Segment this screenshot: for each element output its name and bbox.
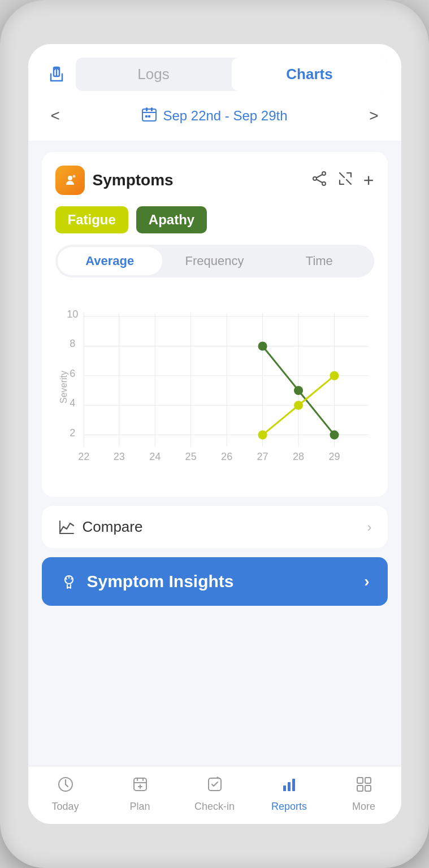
today-label: Today bbox=[51, 801, 79, 813]
plan-icon bbox=[131, 775, 149, 797]
svg-point-39 bbox=[293, 386, 302, 395]
svg-rect-51 bbox=[357, 778, 363, 783]
phone-screen: Logs Charts < Sep 22nd - Sep 2 bbox=[28, 44, 401, 824]
svg-point-9 bbox=[313, 177, 317, 180]
svg-point-41 bbox=[258, 431, 267, 440]
tab-charts[interactable]: Charts bbox=[232, 58, 388, 91]
svg-text:2: 2 bbox=[70, 427, 75, 439]
bottom-nav: Today Plan bbox=[28, 766, 401, 824]
svg-rect-52 bbox=[365, 778, 371, 783]
symptom-insights-button[interactable]: Symptom Insights › bbox=[42, 557, 388, 606]
card-title-group: Symptoms bbox=[55, 166, 174, 195]
svg-point-6 bbox=[68, 176, 72, 180]
svg-text:28: 28 bbox=[292, 451, 304, 462]
date-prev-button[interactable]: < bbox=[42, 102, 69, 129]
add-action-icon[interactable]: + bbox=[363, 170, 374, 191]
svg-text:4: 4 bbox=[70, 397, 75, 409]
insights-arrow: › bbox=[364, 572, 369, 591]
svg-text:24: 24 bbox=[149, 451, 161, 462]
fatigue-tag[interactable]: Fatigue bbox=[55, 206, 128, 233]
svg-text:29: 29 bbox=[328, 451, 340, 462]
compare-row[interactable]: Compare › bbox=[42, 506, 388, 548]
date-range-display: Sep 22nd - Sep 29th bbox=[141, 106, 287, 125]
svg-rect-5 bbox=[148, 115, 150, 118]
svg-point-7 bbox=[72, 175, 75, 178]
svg-point-43 bbox=[330, 371, 339, 380]
nav-checkin[interactable]: Check-in bbox=[177, 775, 252, 813]
main-content: Symptoms bbox=[28, 141, 401, 766]
reports-label: Reports bbox=[271, 801, 307, 813]
today-icon bbox=[57, 775, 75, 797]
chart-tab-frequency[interactable]: Frequency bbox=[162, 247, 267, 275]
date-next-button[interactable]: > bbox=[360, 102, 387, 129]
svg-rect-3 bbox=[151, 107, 153, 111]
svg-point-8 bbox=[322, 172, 326, 175]
svg-text:23: 23 bbox=[113, 451, 124, 462]
share-action-icon[interactable] bbox=[311, 171, 327, 190]
compare-left: Compare bbox=[58, 518, 143, 536]
top-bar: Logs Charts bbox=[28, 44, 401, 91]
chart-tabs: Average Frequency Time bbox=[55, 245, 374, 277]
chart-tab-average[interactable]: Average bbox=[58, 247, 162, 275]
svg-text:10: 10 bbox=[67, 309, 78, 320]
expand-action-icon[interactable] bbox=[337, 171, 353, 190]
nav-more[interactable]: More bbox=[327, 775, 401, 813]
svg-point-38 bbox=[258, 341, 267, 350]
date-range-text: Sep 22nd - Sep 29th bbox=[163, 108, 287, 124]
svg-rect-50 bbox=[292, 779, 295, 791]
svg-text:27: 27 bbox=[257, 451, 268, 462]
svg-rect-1 bbox=[142, 109, 156, 121]
svg-rect-53 bbox=[357, 785, 363, 791]
more-icon bbox=[355, 775, 373, 797]
share-button[interactable] bbox=[42, 60, 71, 89]
chart-wrapper: 10 8 6 4 2 Severity bbox=[55, 291, 374, 483]
compare-arrow: › bbox=[367, 519, 372, 535]
svg-rect-49 bbox=[288, 782, 291, 791]
svg-rect-2 bbox=[146, 107, 148, 111]
svg-point-40 bbox=[330, 431, 339, 440]
svg-text:22: 22 bbox=[78, 451, 89, 462]
nav-today[interactable]: Today bbox=[28, 775, 103, 813]
plan-label: Plan bbox=[129, 801, 150, 813]
more-label: More bbox=[352, 801, 375, 813]
svg-point-10 bbox=[322, 182, 326, 185]
symptoms-card: Symptoms bbox=[42, 152, 388, 497]
svg-text:26: 26 bbox=[221, 451, 232, 462]
compare-label: Compare bbox=[83, 518, 143, 536]
svg-text:6: 6 bbox=[70, 368, 75, 379]
insights-label: Symptom Insights bbox=[87, 572, 234, 591]
checkin-icon bbox=[206, 775, 224, 797]
svg-rect-54 bbox=[365, 785, 371, 791]
reports-icon bbox=[280, 775, 298, 797]
phone-shell: Logs Charts < Sep 22nd - Sep 2 bbox=[0, 0, 429, 868]
svg-text:25: 25 bbox=[185, 451, 196, 462]
symptom-tags: Fatigue Apathy bbox=[55, 206, 374, 233]
nav-plan[interactable]: Plan bbox=[103, 775, 177, 813]
calendar-icon bbox=[141, 106, 157, 125]
card-header: Symptoms bbox=[55, 166, 374, 195]
svg-text:Severity: Severity bbox=[58, 370, 68, 403]
svg-point-42 bbox=[293, 401, 302, 410]
insights-btn-left: Symptom Insights bbox=[60, 572, 234, 591]
chart-tab-time[interactable]: Time bbox=[267, 247, 371, 275]
checkin-label: Check-in bbox=[194, 801, 235, 813]
tab-container: Logs Charts bbox=[76, 58, 388, 91]
chart-svg: 10 8 6 4 2 Severity bbox=[55, 291, 374, 483]
svg-text:8: 8 bbox=[70, 338, 75, 350]
tab-logs[interactable]: Logs bbox=[76, 58, 232, 91]
nav-reports[interactable]: Reports bbox=[252, 775, 327, 813]
svg-rect-4 bbox=[145, 115, 148, 118]
symptoms-icon bbox=[55, 166, 85, 195]
card-actions: + bbox=[311, 170, 374, 191]
symptoms-title: Symptoms bbox=[93, 171, 174, 189]
svg-rect-48 bbox=[283, 785, 286, 791]
apathy-tag[interactable]: Apathy bbox=[136, 206, 207, 233]
date-range-bar: < Sep 22nd - Sep 29th > bbox=[28, 91, 401, 141]
